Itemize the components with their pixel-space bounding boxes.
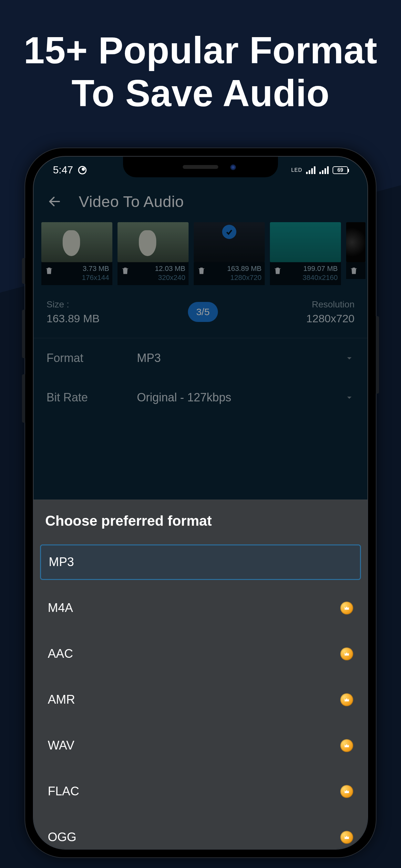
format-label: Format: [47, 351, 137, 365]
premium-icon: [340, 601, 353, 615]
phone-vol-up: [22, 310, 25, 358]
video-thumbnail[interactable]: 12.03 MB320x240: [118, 222, 189, 285]
format-option-aac[interactable]: AAC: [40, 636, 361, 672]
battery-pct: 69: [337, 167, 343, 173]
premium-icon: [340, 647, 353, 660]
format-name: AMR: [48, 693, 75, 707]
video-thumbnail[interactable]: 3.73 MB176x144: [41, 222, 112, 285]
delete-button[interactable]: [273, 266, 283, 276]
pager-badge: 3/5: [188, 302, 218, 322]
network-label: LED: [291, 167, 302, 173]
format-value: MP3: [137, 351, 344, 365]
front-camera: [230, 164, 236, 170]
thumbnail-size: 12.03 MB: [155, 264, 185, 274]
thumbnail-image: [118, 222, 189, 262]
thumbnail-size: 163.89 MB: [227, 264, 261, 274]
signal-icon-2: [319, 166, 329, 174]
status-time: 5:47: [53, 164, 73, 176]
format-option-amr[interactable]: AMR: [40, 682, 361, 717]
thumbnail-info: 163.89 MB1280x720: [227, 264, 261, 283]
format-bottom-sheet: Choose preferred format MP3M4AAACAMRWAVF…: [34, 500, 367, 849]
divider: [34, 338, 367, 338]
promo-headline: 15+ Popular Format To Save Audio: [0, 0, 401, 115]
thumbnail-image: [270, 222, 341, 262]
thumbnail-meta: 3.73 MB176x144: [41, 262, 112, 285]
format-name: AAC: [48, 647, 73, 661]
format-option-wav[interactable]: WAV: [40, 728, 361, 764]
thumbnail-resolution: 1280x720: [227, 273, 261, 283]
screen-title: Video To Audio: [79, 193, 184, 211]
format-name: OGG: [48, 830, 76, 844]
thumbnail-resolution: 176x144: [82, 273, 109, 283]
thumbnail-info: 199.07 MB3840x2160: [303, 264, 338, 283]
chevron-down-icon: [344, 353, 354, 363]
format-option-flac[interactable]: FLAC: [40, 774, 361, 809]
thumbnail-image: [194, 222, 265, 262]
thumbnail-meta: 12.03 MB320x240: [118, 262, 189, 285]
bitrate-label: Bit Rate: [47, 391, 137, 404]
size-label: Size :: [47, 299, 99, 310]
format-option-mp3[interactable]: MP3: [40, 545, 361, 580]
selected-check-icon: [222, 225, 236, 239]
video-thumbnail[interactable]: 199.07 MB3840x2160: [270, 222, 341, 285]
alarm-icon: [78, 166, 87, 175]
video-thumbnail[interactable]: 163.89 MB1280x720: [194, 222, 265, 285]
format-name: WAV: [48, 739, 74, 752]
notch: [123, 157, 278, 177]
thumbnail-resolution: 3840x2160: [303, 273, 338, 283]
format-row[interactable]: Format MP3: [43, 338, 358, 378]
phone-frame: 5:47 LED 69 Video To Audio: [25, 148, 376, 858]
bitrate-value: Original - 127kbps: [137, 391, 344, 404]
thumbnail-info: 12.03 MB320x240: [155, 264, 185, 283]
arrow-left-icon: [48, 194, 62, 209]
thumbnail-info: 3.73 MB176x144: [82, 264, 109, 283]
app-bar: Video To Audio: [34, 180, 367, 222]
phone-vol-down: [22, 374, 25, 423]
promo-line1: 15+ Popular Format: [0, 29, 401, 72]
thumbnail-meta: 163.89 MB1280x720: [194, 262, 265, 285]
format-option-m4a[interactable]: M4A: [40, 590, 361, 626]
battery-icon: 69: [333, 166, 348, 174]
size-value: 163.89 MB: [47, 312, 99, 325]
app-content-dimmed: Video To Audio 3.73 MB176x14412.03 MB320…: [34, 180, 367, 417]
signal-icon: [306, 166, 315, 174]
thumbnail-image: [41, 222, 112, 262]
phone-power: [376, 316, 379, 394]
thumbnail-size: 3.73 MB: [82, 264, 109, 274]
back-button[interactable]: [47, 193, 63, 210]
format-list: MP3M4AAACAMRWAVFLACOGG: [34, 545, 367, 849]
delete-button[interactable]: [44, 266, 55, 276]
speaker-grille: [183, 165, 218, 169]
thumbnail-image: [346, 222, 366, 262]
phone-mute-switch: [22, 258, 25, 284]
thumbnail-meta: [346, 262, 366, 279]
format-name: M4A: [48, 601, 73, 615]
chevron-down-icon: [344, 392, 354, 403]
delete-button[interactable]: [349, 266, 360, 276]
premium-icon: [340, 831, 353, 844]
thumbnail-meta: 199.07 MB3840x2160: [270, 262, 341, 285]
thumbnail-size: 199.07 MB: [303, 264, 338, 274]
bitrate-row[interactable]: Bit Rate Original - 127kbps: [43, 378, 358, 417]
resolution-label: Resolution: [306, 299, 354, 310]
format-option-ogg[interactable]: OGG: [40, 819, 361, 849]
promo-line2: To Save Audio: [0, 72, 401, 115]
video-thumbnail[interactable]: [346, 222, 366, 285]
premium-icon: [340, 739, 353, 752]
thumbnail-resolution: 320x240: [155, 273, 185, 283]
format-name: FLAC: [48, 784, 79, 798]
sheet-title: Choose preferred format: [34, 500, 367, 545]
premium-icon: [340, 693, 353, 706]
delete-button[interactable]: [197, 266, 207, 276]
resolution-value: 1280x720: [306, 312, 354, 325]
info-row: Size : 163.89 MB 3/5 Resolution 1280x720: [34, 285, 367, 338]
format-name: MP3: [49, 555, 74, 569]
premium-icon: [340, 785, 353, 798]
thumbnail-strip[interactable]: 3.73 MB176x14412.03 MB320x240163.89 MB12…: [34, 222, 367, 285]
delete-button[interactable]: [121, 266, 131, 276]
